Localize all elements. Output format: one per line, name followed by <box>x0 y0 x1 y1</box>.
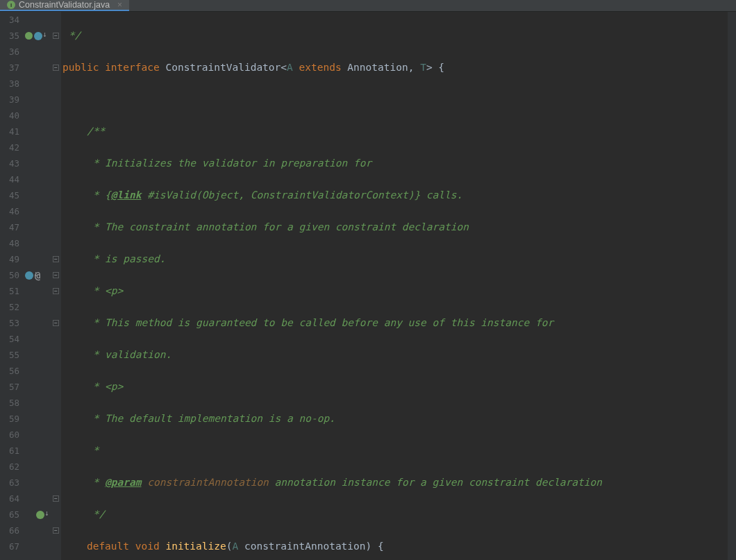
fold-handle[interactable]: − <box>53 272 59 278</box>
fold-handle[interactable]: − <box>53 256 59 262</box>
editor-area: 3435363738394041424344454647484950515253… <box>0 12 736 560</box>
fold-handle[interactable]: − <box>53 527 59 534</box>
implemented-icon <box>36 511 44 519</box>
method-gutter-mark-initialize[interactable]: @ <box>25 267 50 283</box>
java-interface-icon: I <box>7 1 15 9</box>
vertical-scrollbar[interactable] <box>728 12 736 560</box>
tab-bar: I ConstraintValidator.java × <box>0 0 736 12</box>
fold-handle[interactable]: − <box>53 320 59 326</box>
class-gutter-mark[interactable] <box>25 28 50 44</box>
tab-filename: ConstraintValidator.java <box>19 0 110 10</box>
fold-handle[interactable]: − <box>53 33 59 39</box>
code-content[interactable]: */ public interface ConstraintValidator<… <box>61 12 728 560</box>
fold-gutter: − − − − − − − − <box>51 12 61 560</box>
gutter-marks: @ <box>24 12 51 560</box>
fold-handle[interactable]: − <box>53 65 59 71</box>
interface-icon <box>25 32 33 40</box>
has-implementations-icon <box>34 32 42 40</box>
ide-root: I ConstraintValidator.java × 34353637383… <box>0 0 736 560</box>
line-number-gutter: 3435363738394041424344454647484950515253… <box>0 12 24 560</box>
override-icon <box>25 271 33 280</box>
close-icon[interactable]: × <box>117 0 122 10</box>
fold-handle[interactable]: − <box>53 495 59 502</box>
fold-handle[interactable]: − <box>53 288 59 294</box>
file-tab[interactable]: I ConstraintValidator.java × <box>0 0 129 11</box>
